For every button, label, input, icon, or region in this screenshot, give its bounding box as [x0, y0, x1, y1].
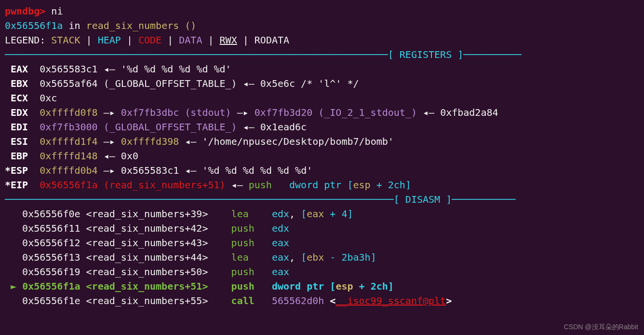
legend-rodata: RODATA [255, 34, 289, 46]
context-func: read_six_numbers () [86, 20, 197, 31]
registers-header: ────────────────────────────────────────… [5, 47, 639, 62]
reg-ebx: EBX 0x5655af64 (_GLOBAL_OFFSET_TABLE_) ◂… [5, 76, 639, 91]
reg-eax: EAX 0x565583c1 ◂— '%d %d %d %d %d %d' [5, 62, 639, 76]
legend-stack: STACK [51, 34, 80, 46]
legend-heap: HEAP [98, 34, 121, 46]
command: ni [51, 5, 63, 17]
disasm-row: 0x56556f11 <read_six_numbers+42> push ed… [5, 221, 639, 236]
disasm-row: 0x56556f1e <read_six_numbers+55> call 56… [5, 293, 639, 308]
current-marker-icon: ► [5, 280, 22, 292]
reg-edx: EDX 0xffffd0f8 —▸ 0xf7fb3dbc (stdout) —▸… [5, 105, 639, 120]
legend-rwx: RWX [220, 34, 237, 46]
legend-line: LEGEND: STACK | HEAP | CODE | DATA | RWX… [5, 33, 639, 47]
context-line: 0x56556f1a in read_six_numbers () [5, 18, 639, 33]
prompt-label: pwndbg> [5, 5, 45, 17]
legend-code: CODE [138, 34, 161, 46]
disasm-row: 0x56556f0e <read_six_numbers+39> lea edx… [5, 207, 639, 221]
context-addr: 0x56556f1a [5, 20, 63, 31]
reg-eip: *EIP 0x56556f1a (read_six_numbers+51) ◂—… [5, 178, 639, 192]
reg-ecx: ECX 0xc [5, 91, 639, 105]
reg-esp: *ESP 0xffffd0b4 —▸ 0x565583c1 ◂— '%d %d … [5, 163, 639, 178]
watermark: CSDN @没耳朵的Rabbit [564, 322, 638, 332]
reg-ebp: EBP 0xffffd148 ◂— 0x0 [5, 149, 639, 163]
terminal[interactable]: pwndbg> ni 0x56556f1a in read_six_number… [0, 0, 644, 312]
disasm-row-current: ► 0x56556f1a <read_six_numbers+51> push … [5, 279, 639, 293]
call-target: __isoc99_sscanf@plt [335, 295, 446, 307]
legend-data: DATA [179, 34, 202, 46]
reg-edi: EDI 0xf7fb3000 (_GLOBAL_OFFSET_TABLE_) ◂… [5, 120, 639, 134]
disasm-row: 0x56556f12 <read_six_numbers+43> push ea… [5, 236, 639, 250]
disasm-row: 0x56556f13 <read_six_numbers+44> lea eax… [5, 250, 639, 265]
prompt-line: pwndbg> ni [5, 4, 639, 18]
disasm-header: ────────────────────────────────────────… [5, 192, 639, 207]
reg-esi: ESI 0xffffd1f4 —▸ 0xffffd398 ◂— '/home/n… [5, 134, 639, 149]
disasm-row: 0x56556f19 <read_six_numbers+50> push ea… [5, 265, 639, 279]
